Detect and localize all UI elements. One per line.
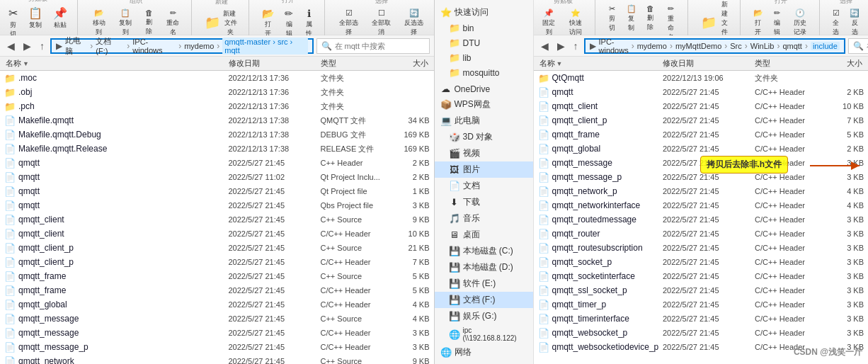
right-file-row[interactable]: 📄 qmqtt_socketinterface 2022/5/27 21:45 … [534,269,869,283]
left-file-row[interactable]: 📄 qmqtt_message 2022/5/27 21:45 C/C++ He… [0,326,434,340]
left-col-size-header[interactable]: 大小 [392,58,434,69]
new-folder-button[interactable]: 📁新建文件夹 [200,8,243,38]
left-file-row[interactable]: 📄 Makefile.qmqtt 2022/12/13 17:38 QMQTT … [0,113,434,127]
left-file-row[interactable]: 📄 qmqtt_frame 2022/5/27 21:45 C++ Source… [0,269,434,283]
move-to-button[interactable]: 📂移动到 [86,7,112,38]
right-file-row[interactable]: 📄 qmqtt_socket_p 2022/5/27 21:45 C/C++ H… [534,255,869,269]
right-file-row[interactable]: 📄 qmqtt_websocket_p 2022/5/27 21:45 C/C+… [534,326,869,340]
right-file-row[interactable]: 📄 qmqtt_networkinterface 2022/5/27 21:45… [534,198,869,212]
left-file-row[interactable]: 📄 Makefile.qmqtt.Release 2022/12/13 17:3… [0,142,434,156]
right-back-button[interactable]: ◀ [538,39,552,53]
right-file-row[interactable]: 📄 qmqtt_timerinterface 2022/5/27 21:45 C… [534,312,869,326]
left-file-row[interactable]: 📄 qmqtt 2022/5/27 21:45 Qbs Project file… [0,198,434,212]
right-file-row[interactable]: 📄 qmqtt_client 2022/5/27 21:45 C/C++ Hea… [534,99,869,113]
sidebar-item-downloads[interactable]: ⬇ 下载 [435,194,533,210]
properties-button[interactable]: ℹ属性 [299,6,319,40]
sidebar-item-drive-f[interactable]: 💾 文档 (F:) [435,292,533,308]
left-file-row[interactable]: 📄 qmqtt_message 2022/5/27 21:45 C++ Sour… [0,312,434,326]
right-file-row[interactable]: 📄 qmqtt_frame 2022/5/27 21:45 C/C++ Head… [534,127,869,142]
right-open-button[interactable]: 📂打开 [749,7,767,38]
left-file-row[interactable]: 📁 .pch 2022/12/13 17:36 文件夹 [0,99,434,113]
left-up-button[interactable]: ↑ [37,39,47,53]
left-search-input[interactable] [335,42,413,50]
delete-button[interactable]: 🗑删除 [139,7,159,38]
left-file-row[interactable]: 📄 qmqtt 2022/5/27 11:02 Qt Project Inclu… [0,170,434,184]
sidebar-item-drive-d[interactable]: 💾 本地磁盘 (D:) [435,259,533,275]
left-col-type-header[interactable]: 类型 [321,58,392,69]
left-file-row[interactable]: 📄 qmqtt_global 2022/5/27 21:45 C/C++ Hea… [0,297,434,312]
sidebar-item-music[interactable]: 🎵 音乐 [435,210,533,227]
right-invert-button[interactable]: 🔄反选 [845,7,864,38]
sidebar-item-lib[interactable]: 📁 lib [435,50,533,65]
right-col-name-header[interactable]: 名称 ▼ [534,58,663,69]
right-select-all-button[interactable]: ☑全选 [828,7,844,38]
sidebar-item-drive-g[interactable]: 💾 娱乐 (G:) [435,308,533,324]
sidebar-item-pictures[interactable]: 🖼 图片 [435,161,533,178]
left-file-row[interactable]: 📄 qmqtt_client_p 2022/5/27 21:45 C++ Sou… [0,241,434,255]
right-file-row[interactable]: 📄 qmqtt_timer_p 2022/5/27 21:45 C/C++ He… [534,297,869,312]
copy-to-button[interactable]: 📋复制到 [113,7,139,38]
sidebar-quick-access-header[interactable]: ⭐ 快速访问 [435,4,533,21]
sidebar-item-wps[interactable]: 📦 WPS网盘 [435,96,533,113]
left-file-row[interactable]: 📄 qmqtt_client_p 2022/5/27 21:45 C/C++ H… [0,255,434,269]
right-file-row[interactable]: 📄 qmqtt_router 2022/5/27 21:45 C/C++ Hea… [534,227,869,241]
right-file-row[interactable]: 📄 qmqtt_client_p 2022/5/27 21:45 C/C++ H… [534,113,869,127]
sidebar-item-drive-c[interactable]: 💾 本地磁盘 (C:) [435,243,533,259]
right-file-row[interactable]: 📄 qmqtt 2022/5/27 21:45 C/C++ Header 2 K… [534,85,869,99]
right-address-box[interactable]: ▶ IPC-windows › mydemo › myMqttDemo › Sr… [584,38,845,54]
sidebar-item-thispc[interactable]: 💻 此电脑 [435,113,533,129]
sidebar-item-3d[interactable]: 🎲 3D 对象 [435,129,533,145]
select-all-button[interactable]: ☑全部选择 [333,7,365,38]
right-file-row[interactable]: 📄 qmqtt_global 2022/5/27 21:45 C/C++ Hea… [534,142,869,156]
right-file-row[interactable]: 📄 qmqtt_network_p 2022/5/27 21:45 C/C++ … [534,184,869,198]
right-search-box[interactable]: 🔍 [848,38,868,54]
right-file-row[interactable]: 📄 qmqtt_routesubscription 2022/5/27 21:4… [534,241,869,255]
right-forward-button[interactable]: ▶ [554,39,568,53]
sidebar-item-network-drive[interactable]: 🌐 ipc (\\192.168.8.122) [435,324,533,344]
rename-button[interactable]: ✏重命名 [161,7,186,38]
right-col-date-header[interactable]: 修改日期 [663,58,755,69]
right-col-size-header[interactable]: 大小 [826,58,868,69]
right-edit-button[interactable]: ✏编辑 [769,7,786,38]
invert-select-button[interactable]: 🔄反选选择 [399,7,430,38]
right-pinned-button[interactable]: 📌固定到 [538,7,561,38]
sidebar-item-desktop[interactable]: 🖥 桌面 [435,227,533,243]
sidebar-item-video[interactable]: 🎬 视频 [435,145,533,161]
left-file-row[interactable]: 📄 qmqtt_client 2022/5/27 21:45 C/C++ Hea… [0,227,434,241]
left-file-row[interactable]: 📄 qmqtt_client 2022/5/27 21:45 C++ Sourc… [0,212,434,227]
right-pin-quickaccess-button[interactable]: ⭐快速访问 [561,7,589,38]
right-file-row[interactable]: 📄 qmqtt_message_p 2022/5/27 21:45 C/C++ … [534,170,869,184]
right-file-row[interactable]: 📄 qmqtt_message 2022/5/27 21:45 C/C++ He… [534,156,869,170]
left-file-row[interactable]: 📄 qmqtt_frame 2022/5/27 21:45 C/C++ Head… [0,283,434,297]
left-back-button[interactable]: ◀ [4,39,18,53]
open-button[interactable]: 📂打开 [258,6,278,40]
sidebar-item-network[interactable]: 🌐 网络 [435,344,533,360]
left-file-row[interactable]: 📄 qmqtt 2022/5/27 21:45 C++ Header 2 KB [0,156,434,170]
right-up-button[interactable]: ↑ [571,39,581,53]
left-search-box[interactable]: 🔍 [316,38,430,54]
sidebar-item-drive-e[interactable]: 💾 软件 (E:) [435,275,533,292]
edit-button[interactable]: ✏编辑 [280,6,299,40]
right-file-row[interactable]: 📄 qmqtt_ssl_socket_p 2022/5/27 21:45 C/C… [534,283,869,297]
sidebar-item-documents[interactable]: 📄 文档 [435,178,533,194]
left-col-name-header[interactable]: 名称 ▼ [0,58,229,69]
left-file-row[interactable]: 📁 .moc 2022/12/13 17:36 文件夹 [0,71,434,85]
select-none-button[interactable]: ☐全部取消 [366,7,397,38]
right-col-type-header[interactable]: 类型 [755,58,826,69]
left-forward-button[interactable]: ▶ [21,39,34,53]
left-address-box[interactable]: ▶ 此电脑 › 文档 (F:) › IPC-windows › mydemo ›… [50,38,314,54]
right-file-row[interactable]: 📁 QtQmqtt 2022/12/13 19:06 文件夹 [534,71,869,85]
sidebar-item-dtu[interactable]: 📁 DTU [435,35,533,50]
sidebar-item-mosquitto[interactable]: 📁 mosquitto [435,65,533,80]
left-file-row[interactable]: 📁 .obj 2022/12/13 17:36 文件夹 [0,85,434,99]
left-file-date: 2022/12/13 17:38 [229,130,321,139]
right-file-row[interactable]: 📄 qmqtt_routedmessage 2022/5/27 21:45 C/… [534,212,869,227]
left-file-row[interactable]: 📄 Makefile.qmqtt.Debug 2022/12/13 17:38 … [0,127,434,142]
sidebar-item-onedrive[interactable]: ☁ OneDrive [435,81,533,96]
left-col-date-header[interactable]: 修改日期 [229,58,321,69]
left-file-row[interactable]: 📄 qmqtt_network 2022/5/27 21:45 C++ Sour… [0,354,434,364]
sidebar-item-bin[interactable]: 📁 bin [435,21,533,35]
right-history-button[interactable]: 🕐历史记录 [787,7,813,38]
left-file-row[interactable]: 📄 qmqtt 2022/5/27 21:45 Qt Project file … [0,184,434,198]
left-file-row[interactable]: 📄 qmqtt_message_p 2022/5/27 21:45 C/C++ … [0,340,434,354]
